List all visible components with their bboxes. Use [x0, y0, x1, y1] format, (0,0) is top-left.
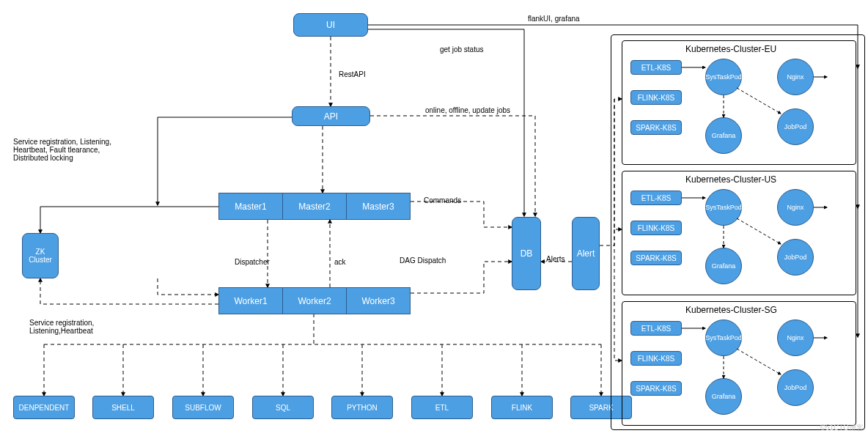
row-masters: Master1 Master2 Master3	[218, 193, 411, 220]
node-python: PYTHON	[331, 396, 393, 419]
cell-master1: Master1	[219, 193, 282, 219]
sg-etl-k8s: ETL-K8S	[630, 321, 682, 336]
sg-flink-k8s: FLINK-K8S	[630, 351, 682, 366]
us-nginx: Nginx	[777, 189, 814, 226]
label-dag: DAG Dispatch	[400, 256, 446, 265]
cell-master3: Master3	[346, 193, 410, 219]
node-sql: SQL	[252, 396, 314, 419]
cell-master2: Master2	[282, 193, 346, 219]
watermark: ©51CTO博客	[820, 423, 864, 433]
label-restapi: RestAPI	[339, 70, 366, 78]
node-etl: ETL	[411, 396, 473, 419]
label-commands: Commands	[424, 196, 461, 204]
us-systaskpod: SysTaskPod	[705, 189, 742, 226]
node-ui: UI	[293, 13, 368, 37]
us-etl-k8s: ETL-K8S	[630, 191, 682, 205]
label-alerts: Alerts	[546, 255, 565, 263]
node-api: API	[292, 106, 370, 126]
node-flink: FLINK	[491, 396, 553, 419]
us-spark-k8s: SPARK-K8S	[630, 251, 682, 265]
node-alert: Alert	[572, 217, 600, 290]
sg-systaskpod: SysTaskPod	[705, 319, 742, 356]
sg-grafana: Grafana	[705, 378, 742, 415]
label-reg-worker: Service registration, Listening,Heartbea…	[29, 319, 94, 335]
label-ack: ack	[334, 258, 346, 266]
row-workers: Worker1 Worker2 Worker3	[218, 287, 411, 314]
node-subflow: SUBFLOW	[172, 396, 234, 419]
node-shell: SHELL	[92, 396, 154, 419]
cell-worker2: Worker2	[282, 288, 346, 314]
us-jobpod: JobPod	[777, 239, 814, 276]
label-flank: flankUI, grafana	[528, 15, 580, 23]
cluster-us-title: Kubernetes-Cluster-US	[685, 174, 776, 185]
eu-grafana: Grafana	[705, 117, 742, 154]
label-getjob: get job status	[440, 45, 483, 53]
sg-nginx: Nginx	[777, 319, 814, 356]
eu-jobpod: JobPod	[777, 108, 814, 145]
cell-worker3: Worker3	[346, 288, 410, 314]
eu-flink-k8s: FLINK-K8S	[630, 90, 682, 105]
label-online: online, offline, update jobs	[425, 106, 510, 114]
node-dependent: DENPENDENT	[13, 396, 75, 419]
label-reg-master: Service registration, Listening, Heartbe…	[13, 138, 111, 162]
us-flink-k8s: FLINK-K8S	[630, 221, 682, 235]
cluster-eu-title: Kubernetes-Cluster-EU	[685, 44, 776, 54]
label-dispatcher: Dispatcher	[235, 258, 270, 266]
cell-worker1: Worker1	[219, 288, 282, 314]
cluster-sg-title: Kubernetes-Cluster-SG	[685, 305, 777, 315]
sg-spark-k8s: SPARK-K8S	[630, 381, 682, 396]
sg-jobpod: JobPod	[777, 369, 814, 406]
eu-spark-k8s: SPARK-K8S	[630, 120, 682, 135]
eu-nginx: Nginx	[777, 59, 814, 95]
node-db: DB	[512, 217, 541, 290]
eu-etl-k8s: ETL-K8S	[630, 60, 682, 75]
us-grafana: Grafana	[705, 248, 742, 284]
eu-systaskpod: SysTaskPod	[705, 59, 742, 95]
node-zk-cluster: ZK Cluster	[22, 233, 59, 278]
